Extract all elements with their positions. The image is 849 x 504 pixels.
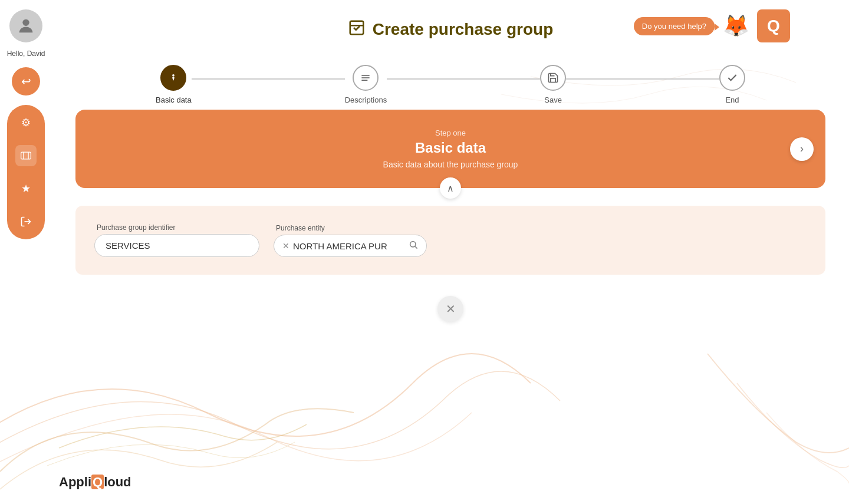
- star-icon[interactable]: ★: [15, 178, 37, 199]
- user-greeting: Hello, David: [7, 50, 45, 58]
- step-label-descriptions: Descriptions: [345, 95, 387, 104]
- help-text: Do you need help?: [642, 22, 706, 31]
- step-end[interactable]: End: [719, 65, 745, 104]
- svg-rect-1: [21, 152, 31, 159]
- step-basic-data[interactable]: Basic data: [156, 65, 192, 104]
- sidebar-nav: ⚙ ★: [7, 105, 45, 239]
- step-line-3: [566, 78, 719, 80]
- help-widget: Do you need help? 🦊 Q: [634, 9, 790, 42]
- footer-logo: AppliQloud: [59, 475, 131, 490]
- page-title-text: Create purchase group: [373, 20, 554, 39]
- svg-point-8: [173, 75, 175, 76]
- purchase-group-identifier-group: Purchase group identifier: [94, 223, 259, 257]
- step-label-basic-data: Basic data: [156, 95, 192, 104]
- sidebar: Hello, David ↩ ⚙ ★: [0, 0, 52, 504]
- step-label-save: Save: [544, 95, 562, 104]
- step-descriptions[interactable]: Descriptions: [345, 65, 387, 104]
- svg-rect-5: [350, 21, 363, 34]
- form-card: Purchase group identifier Purchase entit…: [75, 206, 825, 275]
- purchase-entity-label: Purchase entity: [276, 224, 427, 232]
- svg-line-14: [415, 246, 417, 249]
- logo-q: Q: [91, 475, 104, 489]
- header: Create purchase group Do you need help? …: [52, 0, 849, 59]
- purchase-entity-field: ✕: [274, 235, 427, 257]
- step-one-label: Step one: [94, 129, 807, 137]
- coupon-icon[interactable]: [15, 145, 37, 166]
- purchase-entity-input[interactable]: [293, 241, 405, 251]
- step-label-end: End: [725, 95, 739, 104]
- clear-icon[interactable]: ✕: [282, 241, 289, 251]
- close-button[interactable]: ✕: [437, 296, 463, 322]
- step-save[interactable]: Save: [540, 65, 566, 104]
- page-title-icon: [348, 19, 366, 41]
- step-circle-basic-data: [160, 65, 186, 91]
- step-line-1: [192, 78, 345, 80]
- purchase-group-identifier-input[interactable]: [94, 234, 259, 257]
- avatar: [9, 9, 42, 42]
- step-circle-descriptions: [353, 65, 379, 91]
- center-close-area: ✕: [75, 296, 825, 322]
- next-button[interactable]: ›: [790, 137, 814, 161]
- fox-avatar: 🦊: [719, 9, 752, 42]
- svg-point-0: [22, 19, 29, 26]
- main-content: Step one Basic data Basic data about the…: [52, 100, 849, 504]
- q-logo[interactable]: Q: [757, 9, 790, 42]
- purchase-group-identifier-label: Purchase group identifier: [97, 223, 259, 232]
- step-line-2: [387, 78, 540, 80]
- card-title: Basic data: [94, 140, 807, 156]
- step-circle-save: [540, 65, 566, 91]
- svg-point-13: [410, 242, 416, 247]
- help-bubble[interactable]: Do you need help?: [634, 17, 715, 35]
- purchase-entity-group: Purchase entity ✕: [274, 224, 427, 257]
- search-icon[interactable]: [409, 240, 418, 252]
- stepper: Basic data Descriptions Save End: [52, 65, 849, 104]
- back-button[interactable]: ↩: [12, 67, 40, 95]
- logout-icon[interactable]: [15, 211, 37, 232]
- collapse-button[interactable]: ∧: [440, 177, 461, 199]
- card-subtitle: Basic data about the purchase group: [94, 160, 807, 169]
- step-card: Step one Basic data Basic data about the…: [75, 110, 825, 188]
- step-circle-end: [719, 65, 745, 91]
- settings-icon[interactable]: ⚙: [15, 112, 37, 133]
